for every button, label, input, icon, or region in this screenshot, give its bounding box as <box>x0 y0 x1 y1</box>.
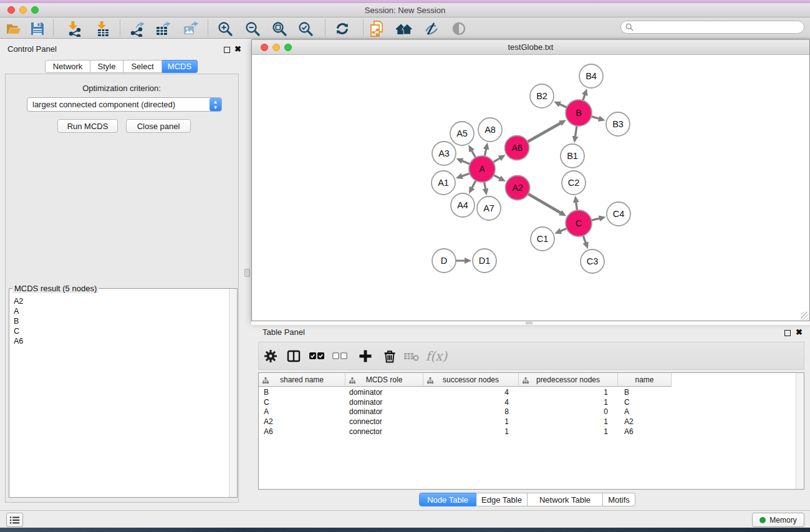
column-header-MCDS-role[interactable]: MCDS role <box>345 373 423 387</box>
column-header-name[interactable]: name <box>618 373 672 387</box>
task-history-button[interactable] <box>6 513 23 527</box>
graph-node-A1[interactable]: A1 <box>432 171 455 195</box>
table-row[interactable]: Cdominator41C <box>259 398 796 408</box>
tab-network-table[interactable]: Network Table <box>528 493 603 506</box>
unselect-all-columns-icon[interactable] <box>330 348 349 364</box>
graph-node-C[interactable]: C <box>566 210 592 236</box>
graph-node-D[interactable]: D <box>432 249 456 273</box>
select-all-columns-icon[interactable] <box>307 348 326 364</box>
graph-node-C4[interactable]: C4 <box>607 202 630 226</box>
zoom-out-icon[interactable] <box>243 20 263 37</box>
table-cell: 4 <box>423 398 519 408</box>
tab-style[interactable]: Style <box>90 60 123 73</box>
open-file-icon[interactable] <box>4 20 24 37</box>
svg-text:A5: A5 <box>456 128 468 138</box>
run-mcds-button[interactable]: Run MCDS <box>57 119 118 133</box>
graph-node-D1[interactable]: D1 <box>473 249 496 273</box>
tab-edge-table[interactable]: Edge Table <box>476 493 528 506</box>
table-panel-close-icon[interactable]: ✖ <box>796 327 803 337</box>
function-builder-icon[interactable]: f(x) <box>423 348 450 364</box>
import-table-icon[interactable] <box>93 20 113 37</box>
network-window-titlebar[interactable]: testGlobe.txt <box>252 40 809 55</box>
mcds-result-item[interactable]: C <box>14 326 229 336</box>
add-column-icon[interactable] <box>356 348 375 364</box>
show-panel-eye-icon[interactable] <box>449 20 469 37</box>
control-panel-close-icon[interactable]: ✖ <box>234 44 241 54</box>
column-header-successor-nodes[interactable]: successor nodes <box>423 373 519 387</box>
export-image-icon[interactable] <box>180 20 200 37</box>
table-panel-float-icon[interactable] <box>784 329 791 338</box>
tab-network[interactable]: Network <box>45 60 90 73</box>
optimization-criterion-select[interactable]: largest connected component (directed) ▲… <box>27 97 222 112</box>
network-canvas[interactable]: AA1A3A5A8A4A7A6A2BB2B4B3B1CC2C4C1C3DD1 <box>252 55 809 321</box>
zoom-fit-icon[interactable] <box>269 20 289 37</box>
delete-table-icon[interactable] <box>402 348 421 364</box>
tab-select[interactable]: Select <box>123 60 162 73</box>
svg-text:C2: C2 <box>568 178 580 188</box>
vertical-splitter-handle[interactable] <box>244 269 250 277</box>
table-row[interactable]: Bdominator41B <box>259 388 796 398</box>
graph-node-B3[interactable]: B3 <box>606 112 630 136</box>
graph-node-A2[interactable]: A2 <box>506 176 530 200</box>
table-cell: 1 <box>519 398 618 408</box>
graph-node-B2[interactable]: B2 <box>530 84 554 108</box>
graph-node-A7[interactable]: A7 <box>477 196 501 220</box>
home-icon[interactable] <box>394 20 414 37</box>
table-cell: C <box>259 398 345 408</box>
graph-node-A4[interactable]: A4 <box>451 193 475 217</box>
window-resize-grip[interactable] <box>801 312 809 320</box>
duplicate-network-icon[interactable] <box>367 20 387 37</box>
graph-node-B[interactable]: B <box>566 100 592 126</box>
column-view-icon[interactable] <box>284 348 303 364</box>
svg-text:B: B <box>576 108 582 118</box>
tab-motifs[interactable]: Motifs <box>603 493 635 506</box>
zoom-in-icon[interactable] <box>215 20 235 37</box>
export-network-icon[interactable] <box>127 20 147 37</box>
mcds-result-item[interactable]: A <box>14 306 229 316</box>
graph-node-A5[interactable]: A5 <box>450 122 474 145</box>
mcds-result-item[interactable]: B <box>14 316 229 326</box>
table-row[interactable]: Adominator80A <box>259 407 796 417</box>
control-panel-float-icon[interactable] <box>224 46 230 55</box>
mcds-result-item[interactable]: A6 <box>14 336 229 346</box>
svg-text:D: D <box>441 256 447 266</box>
close-panel-button[interactable]: Close panel <box>126 119 191 133</box>
zoom-selected-icon[interactable] <box>296 20 316 37</box>
graph-node-A[interactable]: A <box>469 156 495 182</box>
column-header-shared-name[interactable]: shared name <box>259 373 345 387</box>
delete-column-trash-icon[interactable] <box>380 348 399 364</box>
graph-node-A6[interactable]: A6 <box>505 136 529 160</box>
horizontal-splitter-handle[interactable] <box>526 322 533 324</box>
table-row[interactable]: A6connector11A6 <box>259 427 796 437</box>
table-cell: B <box>618 388 672 398</box>
column-header-predecessor-nodes[interactable]: predecessor nodes <box>519 373 618 387</box>
graph-node-B1[interactable]: B1 <box>561 144 584 168</box>
table-settings-gear-icon[interactable] <box>261 348 280 364</box>
svg-text:C4: C4 <box>613 209 625 219</box>
svg-text:A8: A8 <box>485 125 496 135</box>
import-network-icon[interactable] <box>64 20 84 37</box>
memory-button[interactable]: Memory <box>752 513 804 527</box>
graph-node-B4[interactable]: B4 <box>579 64 603 88</box>
export-table-icon[interactable] <box>153 20 173 37</box>
graph-node-C2[interactable]: C2 <box>562 171 586 195</box>
tab-mcds[interactable]: MCDS <box>162 60 198 73</box>
graph-node-A8[interactable]: A8 <box>478 118 502 142</box>
node-table-header: shared nameMCDS rolesuccessor nodesprede… <box>259 373 672 387</box>
graph-node-A3[interactable]: A3 <box>432 142 456 165</box>
toolbar-separator <box>120 19 120 36</box>
table-row[interactable]: A2connector11A2 <box>259 417 796 427</box>
node-table[interactable]: shared nameMCDS rolesuccessor nodesprede… <box>258 372 804 490</box>
tab-node-table[interactable]: Node Table <box>419 493 476 506</box>
search-input[interactable] <box>620 21 804 34</box>
column-tree-icon <box>427 377 433 385</box>
graph-node-C3[interactable]: C3 <box>581 249 604 273</box>
node-table-scrollbar[interactable] <box>796 373 804 489</box>
mcds-result-list[interactable]: A2ABCA6 <box>9 291 229 497</box>
graph-node-C1[interactable]: C1 <box>531 227 554 251</box>
mcds-result-scrollbar[interactable] <box>229 289 237 497</box>
refresh-icon[interactable] <box>332 20 352 37</box>
mcds-result-item[interactable]: A2 <box>14 296 229 306</box>
save-session-icon[interactable] <box>27 20 47 37</box>
hide-panel-icon[interactable] <box>421 20 441 37</box>
